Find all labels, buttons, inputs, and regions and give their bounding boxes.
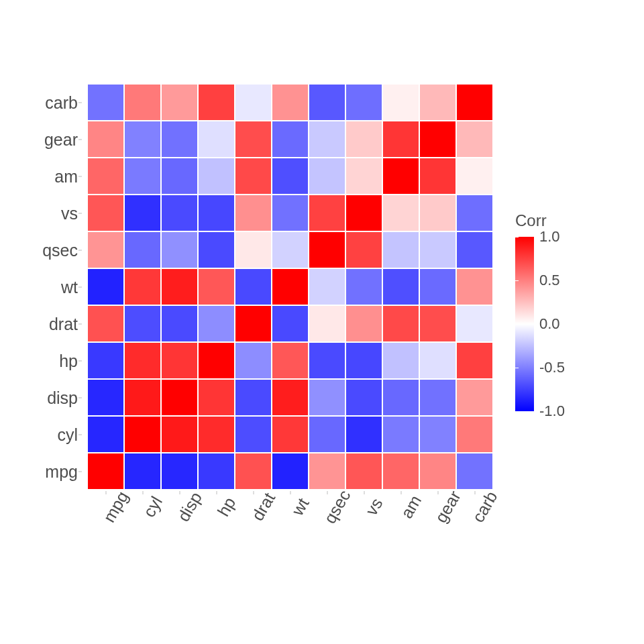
heatmap-cell: [382, 342, 419, 379]
heatmap-cell: [198, 84, 235, 121]
heatmap-cell: [382, 158, 419, 195]
heatmap-cell: [235, 453, 272, 490]
heatmap-cell: [382, 453, 419, 490]
heatmap-cell: [124, 195, 161, 231]
heatmap-cell: [198, 342, 235, 379]
heatmap-cell: [309, 305, 345, 342]
x-axis: mpgcyldisphpdratwtqsecvsamgearcarb: [87, 491, 493, 572]
heatmap-cell: [87, 342, 124, 379]
heatmap-plot: [87, 84, 493, 490]
y-axis: carbgearamvsqsecwtdrathpdispcylmpg: [0, 84, 82, 490]
heatmap-cell: [235, 231, 272, 268]
heatmap-cell: [382, 305, 419, 342]
legend-tick-label: -1.0: [539, 402, 565, 420]
heatmap-cell: [161, 342, 198, 379]
heatmap-cell: [419, 379, 456, 416]
heatmap-cell: [124, 379, 161, 416]
heatmap-cell: [345, 453, 382, 490]
y-tick-label: mpg: [45, 462, 78, 481]
heatmap-cell: [419, 305, 456, 342]
heatmap-cell: [272, 453, 309, 490]
y-tick-label: wt: [61, 277, 78, 297]
heatmap-cell: [456, 379, 493, 416]
heatmap-cell: [309, 195, 345, 231]
heatmap-cell: [124, 84, 161, 121]
heatmap-cell: [309, 231, 345, 268]
heatmap-cell: [456, 305, 493, 342]
heatmap-cell: [124, 342, 161, 379]
heatmap-cell: [272, 416, 309, 453]
heatmap-cell: [382, 195, 419, 231]
heatmap-cell: [456, 342, 493, 379]
heatmap-cell: [272, 231, 309, 268]
heatmap-cell: [235, 342, 272, 379]
y-tick-label: disp: [47, 388, 78, 407]
heatmap-cell: [272, 342, 309, 379]
heatmap-cell: [456, 121, 493, 158]
heatmap-cell: [87, 268, 124, 305]
legend-title: Corr: [515, 211, 616, 230]
heatmap-cell: [456, 158, 493, 195]
heatmap-cell: [419, 121, 456, 158]
heatmap-cell: [456, 195, 493, 231]
heatmap-cell: [124, 268, 161, 305]
heatmap-cell: [382, 231, 419, 268]
y-tick-label: qsec: [42, 240, 78, 260]
heatmap-cell: [272, 305, 309, 342]
heatmap-cell: [345, 305, 382, 342]
heatmap-cell: [309, 416, 345, 453]
heatmap-cell: [161, 453, 198, 490]
heatmap-cell: [235, 195, 272, 231]
heatmap-cell: [345, 231, 382, 268]
heatmap-cell: [198, 121, 235, 158]
heatmap-cell: [87, 305, 124, 342]
heatmap-cell: [345, 158, 382, 195]
heatmap-cell: [382, 84, 419, 121]
heatmap-cell: [161, 416, 198, 453]
heatmap-cell: [382, 268, 419, 305]
heatmap-cell: [124, 453, 161, 490]
heatmap-cell: [161, 231, 198, 268]
y-tick-label: am: [54, 166, 78, 186]
y-tick-label: gear: [44, 129, 78, 149]
heatmap-cell: [345, 268, 382, 305]
heatmap-cell: [272, 121, 309, 158]
heatmap-cell: [235, 84, 272, 121]
legend: Corr 1.00.50.0-0.5-1.0: [515, 211, 616, 411]
x-tick-label: am: [395, 486, 423, 517]
heatmap-cell: [124, 121, 161, 158]
y-tick-label: hp: [59, 351, 78, 370]
heatmap-cell: [382, 121, 419, 158]
legend-tick-label: 0.5: [539, 272, 560, 289]
heatmap-cell: [198, 305, 235, 342]
heatmap-cell: [272, 84, 309, 121]
legend-tick-label: -0.5: [539, 359, 565, 376]
y-tick-label: cyl: [57, 425, 78, 444]
heatmap-cell: [345, 416, 382, 453]
heatmap-cell: [161, 121, 198, 158]
heatmap-cell: [124, 158, 161, 195]
y-tick-label: vs: [61, 203, 78, 223]
heatmap-cell: [272, 158, 309, 195]
heatmap-cell: [124, 231, 161, 268]
heatmap-cell: [272, 379, 309, 416]
heatmap-cell: [419, 416, 456, 453]
heatmap-cell: [235, 305, 272, 342]
heatmap-cell: [419, 268, 456, 305]
heatmap-cell: [382, 379, 419, 416]
heatmap-cell: [198, 158, 235, 195]
legend-ticks: 1.00.50.0-0.5-1.0: [534, 237, 588, 411]
heatmap-cell: [198, 416, 235, 453]
heatmap-cell: [272, 268, 309, 305]
heatmap-cell: [161, 379, 198, 416]
heatmap-cell: [198, 379, 235, 416]
heatmap-cell: [87, 195, 124, 231]
heatmap-cell: [87, 379, 124, 416]
y-tick-label: carb: [45, 93, 78, 112]
heatmap-cell: [456, 416, 493, 453]
heatmap-cell: [161, 195, 198, 231]
heatmap-cell: [419, 158, 456, 195]
heatmap-cell: [87, 231, 124, 268]
heatmap-cell: [161, 305, 198, 342]
heatmap-cell: [419, 84, 456, 121]
